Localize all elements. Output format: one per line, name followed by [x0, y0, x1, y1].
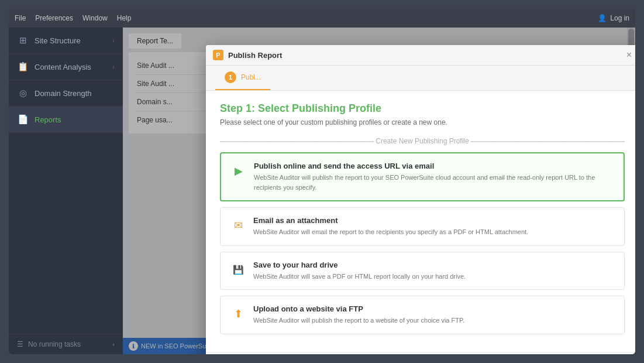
dialog-title-icon: P — [213, 50, 223, 60]
wizard-step-1-label: Publ... — [241, 73, 261, 81]
email-attachment-icon: ✉ — [230, 217, 246, 234]
sidebar-bottom: ☰ No running tasks ‹ — [9, 334, 123, 354]
dialog-body: Step 1: Select Publishing Profile Please… — [206, 91, 635, 352]
step-title: Step 1: Select Publishing Profile — [220, 102, 625, 115]
main-layout: ⊞ Site Structure › 📋 Content Analysis › … — [9, 28, 635, 354]
save-hard-drive-icon: 💾 — [230, 262, 246, 278]
option-email-attachment[interactable]: ✉ Email as an attachment WebSite Auditor… — [220, 207, 625, 246]
option-save-hard-drive-desc: WebSite Auditor will save a PDF or HTML … — [253, 272, 615, 282]
option-upload-ftp[interactable]: ⬆ Upload onto a website via FTP WebSite … — [220, 296, 625, 334]
tasks-icon: ☰ — [17, 340, 23, 348]
dialog-titlebar: P Publish Report × — [206, 45, 635, 66]
sidebar-arrow-site-structure: › — [112, 37, 115, 44]
menu-help[interactable]: Help — [117, 14, 132, 22]
sidebar-item-content-analysis[interactable]: 📋 Content Analysis › — [9, 54, 123, 80]
wizard-step-1[interactable]: 1 Publ... — [215, 66, 270, 90]
menu-bar: File Preferences Window Help 👤 Log in — [9, 9, 635, 28]
sidebar-label-domain-strength: Domain Strength — [35, 89, 115, 98]
step-subtitle: Please select one of your custom publish… — [220, 118, 625, 126]
content-area: Report Te... Site Audit ... Site Audit .… — [123, 28, 635, 354]
content-analysis-icon: 📋 — [17, 61, 29, 73]
user-icon: 👤 — [598, 14, 607, 22]
sidebar-expand-icon[interactable]: ‹ — [112, 341, 115, 348]
site-structure-icon: ⊞ — [17, 35, 29, 46]
login-button[interactable]: 👤 Log in — [598, 14, 629, 22]
sidebar-arrow-content-analysis: › — [112, 63, 115, 70]
option-upload-ftp-content: Upload onto a website via FTP WebSite Au… — [253, 304, 615, 326]
app-window: File Preferences Window Help 👤 Log in ⊞ … — [9, 9, 635, 354]
option-save-hard-drive[interactable]: 💾 Save to your hard drive WebSite Audito… — [220, 252, 625, 290]
option-upload-ftp-desc: WebSite Auditor will publish the report … — [253, 316, 615, 326]
option-save-hard-drive-content: Save to your hard drive WebSite Auditor … — [253, 261, 615, 282]
option-upload-ftp-title: Upload onto a website via FTP — [253, 304, 615, 313]
upload-ftp-icon: ⬆ — [230, 306, 246, 322]
option-email-attachment-desc: WebSite Auditor will email the report to… — [253, 227, 615, 237]
domain-strength-icon: ◎ — [17, 87, 29, 99]
publish-online-icon: ▶ — [230, 163, 247, 179]
section-divider: Create New Publishing Profile — [220, 137, 625, 145]
sidebar-item-site-structure[interactable]: ⊞ Site Structure › — [9, 28, 123, 54]
option-publish-online-title: Publish online and send the access URL v… — [254, 162, 614, 170]
reports-icon: 📄 — [17, 114, 29, 125]
option-publish-online-content: Publish online and send the access URL v… — [254, 162, 614, 192]
option-email-attachment-content: Email as an attachment WebSite Auditor w… — [253, 216, 615, 237]
option-publish-online[interactable]: ▶ Publish online and send the access URL… — [220, 152, 625, 201]
wizard-steps: 1 Publ... — [206, 66, 635, 91]
option-save-hard-drive-title: Save to your hard drive — [253, 261, 615, 269]
option-email-attachment-title: Email as an attachment — [253, 216, 615, 225]
sidebar-label-site-structure: Site Structure — [35, 36, 106, 45]
sidebar: ⊞ Site Structure › 📋 Content Analysis › … — [9, 28, 123, 354]
sidebar-label-content-analysis: Content Analysis — [35, 63, 106, 71]
sidebar-label-reports: Reports — [35, 115, 115, 124]
sidebar-item-reports[interactable]: 📄 Reports — [9, 107, 123, 133]
dialog-title: Publish Report — [228, 51, 282, 60]
publish-report-dialog: P Publish Report × 1 Publ... Step 1: Sel… — [206, 45, 635, 354]
option-publish-online-desc: WebSite Auditor will publish the report … — [254, 173, 614, 192]
menu-window[interactable]: Window — [82, 14, 108, 22]
menu-preferences[interactable]: Preferences — [35, 14, 73, 22]
menu-file[interactable]: File — [15, 14, 26, 22]
no-running-tasks-label: No running tasks — [28, 340, 81, 348]
dialog-close-button[interactable]: × — [626, 50, 632, 60]
dialog-footer: Online Help < Back Next > Finish Cancel — [206, 352, 635, 355]
wizard-step-1-num: 1 — [225, 71, 236, 83]
sidebar-item-domain-strength[interactable]: ◎ Domain Strength — [9, 80, 123, 107]
